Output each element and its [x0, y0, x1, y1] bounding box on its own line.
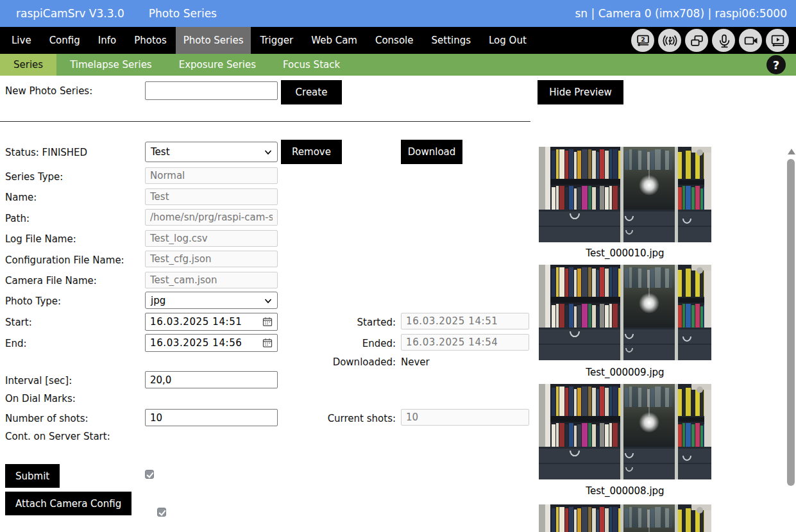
page-title: Photo Series — [149, 7, 217, 20]
preview-caption-1: Test_000010.jpg — [539, 247, 711, 259]
start-datetime-value: 16.03.2025 14:51 — [150, 316, 242, 328]
on-dial-marks-checkbox[interactable] — [145, 470, 154, 479]
nav-item-log-out[interactable]: Log Out — [480, 27, 536, 54]
nav-item-trigger[interactable]: Trigger — [251, 27, 302, 54]
configuration-file-name-label: Configuration File Name: — [5, 254, 124, 266]
chevron-down-icon — [264, 297, 272, 304]
status-label: Status: FINISHED — [5, 147, 87, 158]
preview-image-2 — [539, 265, 711, 360]
submit-button[interactable]: Submit — [5, 464, 60, 488]
calendar-icon[interactable] — [262, 317, 273, 327]
media-player-icon[interactable] — [766, 29, 789, 52]
end-datetime-value: 16.03.2025 14:56 — [150, 337, 242, 349]
end-label: End: — [5, 338, 27, 349]
calendar-icon[interactable] — [262, 338, 273, 348]
path-field — [145, 209, 278, 226]
divider — [0, 121, 530, 122]
photo-type-select[interactable]: jpg — [145, 292, 278, 309]
app-header: raspiCamSrv V3.3.0 Photo Series sn | Cam… — [0, 0, 796, 27]
on-dial-marks-label: On Dial Marks: — [5, 393, 76, 404]
tab-timelapse-series[interactable]: Timelapse Series — [56, 54, 165, 76]
series-type-label: Series Type: — [5, 171, 63, 183]
remove-button[interactable]: Remove — [281, 140, 342, 164]
tab-focus-stack[interactable]: Focus Stack — [269, 54, 353, 76]
series-select[interactable]: Test — [145, 142, 278, 162]
nav-item-console[interactable]: Console — [366, 27, 423, 54]
display-2-icon[interactable]: 2 — [631, 29, 654, 52]
downloaded-label: Downloaded: — [289, 356, 396, 368]
download-button[interactable]: Download — [401, 140, 462, 164]
attach-camera-config-button[interactable]: Attach Camera Config — [5, 492, 131, 515]
help-icon[interactable]: ? — [766, 55, 786, 74]
log-file-name-field — [145, 230, 278, 247]
ended-field — [401, 334, 529, 351]
svg-text:2: 2 — [641, 36, 645, 43]
preview-scrollbar[interactable] — [786, 146, 796, 532]
nav-item-web-cam[interactable]: Web Cam — [302, 27, 366, 54]
video-camera-icon[interactable] — [739, 29, 762, 52]
configuration-file-name-field — [145, 251, 278, 267]
motion-detection-icon[interactable] — [658, 29, 681, 52]
interval-input[interactable] — [145, 371, 278, 388]
started-field — [401, 313, 529, 329]
scroll-thumb[interactable] — [787, 159, 795, 486]
nav-item-live[interactable]: Live — [3, 27, 40, 54]
nav-item-info[interactable]: Info — [89, 27, 125, 54]
cont-on-server-start-checkbox[interactable] — [157, 508, 166, 517]
started-label: Started: — [289, 317, 396, 328]
nav-item-photos[interactable]: Photos — [125, 27, 176, 54]
preview-caption-2: Test_000009.jpg — [539, 367, 711, 378]
nav-item-config[interactable]: Config — [40, 27, 89, 54]
raspicamsrv-app: raspiCamSrv V3.3.0 Photo Series sn | Cam… — [0, 0, 796, 532]
cont-on-server-start-label: Cont. on Server Start: — [5, 431, 110, 442]
preview-image-1 — [539, 147, 711, 242]
number-of-shots-label: Number of shots: — [5, 413, 89, 424]
windows-stack-icon[interactable] — [685, 29, 708, 52]
series-subnav: Series Timelapse Series Exposure Series … — [0, 54, 796, 76]
tab-series[interactable]: Series — [0, 54, 56, 76]
preview-image-3 — [539, 384, 711, 479]
nav-item-photo-series[interactable]: Photo Series — [176, 27, 251, 54]
hide-preview-button[interactable]: Hide Preview — [538, 80, 623, 104]
photo-type-label: Photo Type: — [5, 295, 61, 307]
camera-file-name-label: Camera File Name: — [5, 275, 97, 287]
chevron-down-icon — [264, 149, 272, 155]
photo-type-value: jpg — [151, 295, 165, 306]
series-type-field — [145, 167, 278, 184]
new-photo-series-label: New Photo Series: — [5, 85, 92, 97]
nav-item-settings[interactable]: Settings — [423, 27, 480, 54]
microphone-icon[interactable] — [712, 29, 735, 52]
camera-file-name-field — [145, 272, 278, 288]
new-photo-series-input[interactable] — [145, 81, 278, 100]
app-title: raspiCamSrv V3.3.0 — [16, 7, 124, 20]
name-label: Name: — [5, 192, 37, 203]
end-datetime-input[interactable]: 16.03.2025 14:56 — [145, 334, 278, 352]
scroll-up-arrow-icon[interactable] — [788, 149, 795, 154]
main-nav: Live Config Info Photos Photo Series Tri… — [0, 27, 796, 54]
nav-status-icons: 2 — [631, 27, 796, 54]
tab-exposure-series[interactable]: Exposure Series — [165, 54, 269, 76]
start-datetime-input[interactable]: 16.03.2025 14:51 — [145, 313, 278, 331]
downloaded-value: Never — [401, 356, 430, 368]
current-shots-label: Current shots: — [289, 413, 396, 424]
name-field — [145, 188, 278, 205]
current-shots-field — [401, 409, 529, 426]
start-label: Start: — [5, 317, 32, 328]
series-select-value: Test — [151, 146, 170, 158]
preview-image-4 — [539, 504, 711, 532]
preview-caption-3: Test_000008.jpg — [539, 485, 711, 497]
ended-label: Ended: — [289, 338, 396, 349]
interval-label: Interval [sec]: — [5, 375, 72, 387]
path-label: Path: — [5, 213, 30, 224]
log-file-name-label: Log File Name: — [5, 233, 76, 245]
number-of-shots-input[interactable] — [145, 409, 278, 426]
session-info: sn | Camera 0 (imx708) | raspi06:5000 — [575, 7, 788, 20]
create-button[interactable]: Create — [281, 80, 342, 104]
